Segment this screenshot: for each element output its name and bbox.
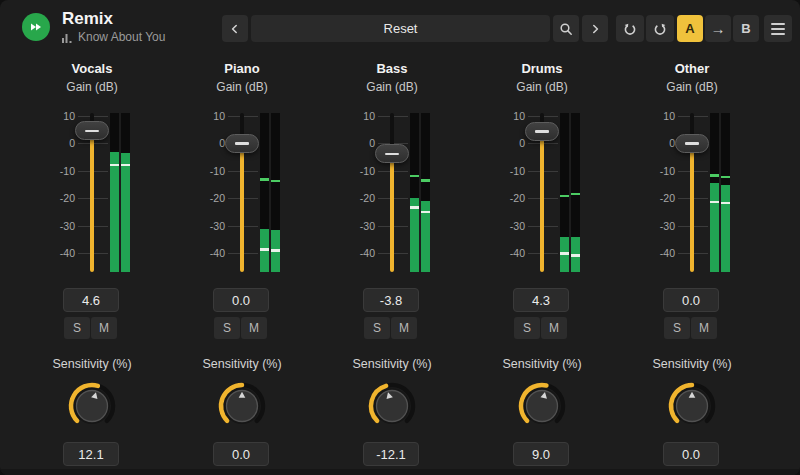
db-tick-label: -20 bbox=[638, 192, 675, 204]
channel-title: Drums bbox=[470, 61, 614, 76]
meter-left bbox=[710, 113, 719, 272]
db-tick-label: 10 bbox=[188, 110, 225, 122]
sensitivity-value-box[interactable]: 0.0 bbox=[663, 442, 719, 466]
sensitivity-label: Sensitivity (%) bbox=[170, 357, 314, 371]
meter-peak-hold-tick bbox=[410, 175, 419, 178]
sensitivity-knob[interactable] bbox=[664, 378, 720, 434]
sensitivity-value-box[interactable]: 12.1 bbox=[63, 442, 119, 466]
meter-level-fill bbox=[410, 198, 419, 272]
meter-avg-tick bbox=[710, 201, 719, 204]
gain-label: Gain (dB) bbox=[20, 80, 164, 94]
fader-track-fill bbox=[390, 154, 394, 272]
db-tick-label: -30 bbox=[338, 220, 375, 232]
mute-button[interactable]: M bbox=[391, 317, 417, 339]
gain-value-box[interactable]: -3.8 bbox=[363, 288, 419, 312]
meter-peak-hold-tick bbox=[271, 180, 280, 183]
mute-button[interactable]: M bbox=[691, 317, 717, 339]
solo-button[interactable]: S bbox=[64, 317, 90, 339]
meter-peak-hold-tick bbox=[721, 176, 730, 179]
channel-strip: Vocals Gain (dB) 100-10-20-30-40 4.6 S M… bbox=[20, 0, 170, 475]
db-tick-label: -30 bbox=[188, 220, 225, 232]
db-tick-label: 0 bbox=[638, 137, 675, 149]
db-tick-label: -10 bbox=[188, 165, 225, 177]
mute-button[interactable]: M bbox=[541, 317, 567, 339]
meter-avg-tick bbox=[260, 248, 269, 251]
mute-button[interactable]: M bbox=[241, 317, 267, 339]
db-tick-label: -30 bbox=[488, 220, 525, 232]
knob-body bbox=[77, 391, 108, 422]
channel-strip: Bass Gain (dB) 100-10-20-30-40 -3.8 S M … bbox=[320, 0, 470, 475]
gain-value-box[interactable]: 4.6 bbox=[63, 288, 119, 312]
meter-avg-tick bbox=[271, 249, 280, 252]
sensitivity-knob[interactable] bbox=[64, 378, 120, 434]
gain-fader-handle[interactable] bbox=[225, 134, 259, 153]
solo-button[interactable]: S bbox=[364, 317, 390, 339]
meter-peak-hold-tick bbox=[421, 179, 430, 182]
meter-left bbox=[560, 113, 569, 272]
fader-zone: 100-10-20-30-40 bbox=[170, 108, 320, 275]
sensitivity-label: Sensitivity (%) bbox=[620, 357, 764, 371]
meter-peak-hold-tick bbox=[571, 193, 580, 196]
gain-value-box[interactable]: 4.3 bbox=[513, 288, 569, 312]
fader-track-fill bbox=[90, 131, 94, 272]
db-tick-label: 10 bbox=[38, 110, 75, 122]
knob-body bbox=[377, 391, 408, 422]
channel-strip: Other Gain (dB) 100-10-20-30-40 0.0 S M … bbox=[620, 0, 770, 475]
gain-value-box[interactable]: 0.0 bbox=[213, 288, 269, 312]
db-tick-label: 0 bbox=[188, 137, 225, 149]
meter-left bbox=[410, 113, 419, 272]
db-tick-label: -10 bbox=[638, 165, 675, 177]
solo-button[interactable]: S bbox=[664, 317, 690, 339]
db-tick-label: -20 bbox=[338, 192, 375, 204]
fader-track-fill bbox=[540, 132, 544, 272]
meter-level-fill bbox=[110, 152, 119, 272]
meter-level-fill bbox=[121, 153, 130, 272]
fader-zone: 100-10-20-30-40 bbox=[320, 108, 470, 275]
gain-fader-handle[interactable] bbox=[525, 122, 559, 141]
channel-title: Bass bbox=[320, 61, 464, 76]
fader-handle-grip bbox=[385, 153, 399, 156]
plugin-window: Remix Know About You Reset bbox=[0, 0, 800, 475]
meter-peak-hold-tick bbox=[260, 178, 269, 181]
fader-zone: 100-10-20-30-40 bbox=[20, 108, 170, 275]
db-tick-label: 10 bbox=[488, 110, 525, 122]
db-tick-label: -20 bbox=[38, 192, 75, 204]
sensitivity-knob[interactable] bbox=[214, 378, 270, 434]
channel-strip: Drums Gain (dB) 100-10-20-30-40 4.3 S M … bbox=[470, 0, 620, 475]
gain-fader-handle[interactable] bbox=[675, 134, 709, 153]
fader-handle-grip bbox=[535, 130, 549, 133]
fader-track-fill bbox=[240, 143, 244, 272]
db-tick-label: -40 bbox=[38, 247, 75, 259]
db-tick-label: 10 bbox=[338, 110, 375, 122]
db-tick-label: -20 bbox=[188, 192, 225, 204]
gain-fader-handle[interactable] bbox=[75, 121, 109, 140]
sensitivity-value-box[interactable]: -12.1 bbox=[363, 442, 419, 466]
gain-value-box[interactable]: 0.0 bbox=[663, 288, 719, 312]
gain-fader-handle[interactable] bbox=[375, 144, 409, 163]
solo-button[interactable]: S bbox=[214, 317, 240, 339]
fader-track-fill bbox=[690, 143, 694, 272]
channel-title: Vocals bbox=[20, 61, 164, 76]
fader-handle-grip bbox=[235, 142, 249, 145]
fader-handle-grip bbox=[685, 142, 699, 145]
hamburger-icon bbox=[771, 23, 785, 25]
sensitivity-value-box[interactable]: 9.0 bbox=[513, 442, 569, 466]
db-tick-label: 0 bbox=[38, 137, 75, 149]
db-tick-label: 0 bbox=[338, 137, 375, 149]
meter-avg-tick bbox=[110, 164, 119, 167]
sensitivity-knob[interactable] bbox=[514, 378, 570, 434]
sensitivity-knob[interactable] bbox=[364, 378, 420, 434]
channel-title: Piano bbox=[170, 61, 314, 76]
sensitivity-value-box[interactable]: 0.0 bbox=[213, 442, 269, 466]
meter-right bbox=[271, 113, 280, 272]
mute-button[interactable]: M bbox=[91, 317, 117, 339]
channel-title: Other bbox=[620, 61, 764, 76]
db-tick-label: -10 bbox=[338, 165, 375, 177]
solo-button[interactable]: S bbox=[514, 317, 540, 339]
meter-avg-tick bbox=[571, 254, 580, 257]
gain-label: Gain (dB) bbox=[320, 80, 464, 94]
db-tick-label: -40 bbox=[338, 247, 375, 259]
db-tick-label: -30 bbox=[38, 220, 75, 232]
meter-avg-tick bbox=[410, 206, 419, 209]
db-tick-label: -10 bbox=[488, 165, 525, 177]
